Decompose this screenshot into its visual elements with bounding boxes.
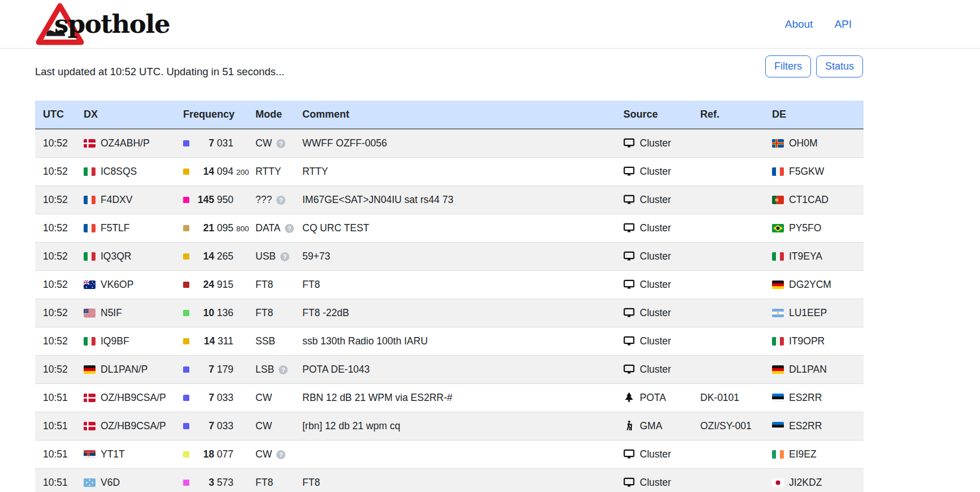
mode-cell: RTTY (251, 157, 298, 185)
flag-ie-icon (772, 450, 784, 459)
spot-row: 10:51V6D3 573FT8FT8ClusterJI2KDZ (35, 468, 864, 492)
source-cell: Cluster (619, 355, 696, 383)
source-label: Cluster (640, 222, 671, 234)
utc-cell: 10:51 (35, 412, 79, 440)
frequency-value: 14 311 (193, 335, 233, 347)
mode-cell: ???? (251, 185, 298, 214)
de-callsign: DL1PAN (789, 364, 827, 375)
status-button[interactable]: Status (816, 55, 863, 77)
flag-ar-icon (772, 309, 784, 317)
band-indicator (183, 480, 189, 486)
dx-callsign: F5TLF (101, 222, 130, 234)
mode-help-icon[interactable]: ? (280, 252, 289, 261)
source-cell: POTA (619, 383, 696, 412)
source-label: Cluster (640, 279, 671, 290)
dx-cell: DL1PAN/P (79, 355, 179, 383)
flag-it-icon (772, 337, 784, 346)
band-indicator (183, 395, 189, 401)
ref-cell (696, 299, 767, 327)
flag-de-icon (772, 280, 784, 289)
flag-ax-icon (772, 139, 784, 148)
source-label: Cluster (640, 477, 671, 488)
monitor-icon (623, 335, 635, 347)
comment-cell: WWFF OZFF-0056 (298, 129, 619, 157)
de-callsign: IT9EYA (789, 251, 822, 262)
frequency-value: 21 095 (193, 222, 233, 234)
frequency-cell: 14 265 (179, 242, 251, 270)
frequency-value: 24 915 (193, 279, 233, 291)
de-cell: LU1EEP (767, 299, 864, 327)
de-cell: IT9EYA (767, 242, 864, 270)
utc-cell: 10:52 (35, 157, 79, 185)
filters-button[interactable]: Filters (765, 55, 811, 77)
frequency-value: 14 265 (193, 251, 233, 262)
source-label: Cluster (640, 448, 671, 460)
de-callsign: LU1EEP (789, 307, 827, 318)
mode-help-icon[interactable]: ? (276, 450, 285, 459)
comment-cell: FT8 (298, 468, 619, 492)
comment-cell: [rbn] 12 db 21 wpm cq (298, 412, 619, 440)
dx-cell: OZ/HB9CSA/P (79, 412, 179, 440)
flag-fr-icon (84, 224, 96, 232)
dx-callsign: N5IF (101, 307, 122, 318)
nav-link-about[interactable]: About (785, 18, 813, 31)
spot-row: 10:52F4DXV145 950????IM67GE<SAT>JN04IU s… (35, 185, 864, 214)
dx-cell: V6D (79, 468, 179, 492)
mode-label: CW (255, 420, 272, 431)
frequency-value: 7 031 (193, 137, 233, 149)
flag-jp-icon (772, 478, 784, 487)
mode-help-icon[interactable]: ? (279, 365, 288, 374)
dx-cell: IQ9BF (79, 327, 179, 355)
spot-row: 10:51OZ/HB9CSA/P7 033CWRBN 12 dB 21 WPM … (35, 383, 864, 412)
de-cell: IT9OPR (767, 327, 864, 355)
spot-row: 10:52IQ9BF14 311SSBssb 130th Radio 100th… (35, 327, 864, 355)
mode-label: FT8 (255, 477, 273, 488)
dx-callsign: IQ3QR (101, 251, 131, 262)
dx-callsign: OZ4ABH/P (101, 137, 150, 149)
spots-table: UTC DX Frequency Mode Comment Source Ref… (35, 101, 864, 492)
frequency-cell: 7 033 (179, 412, 251, 440)
spot-row: 10:52IC8SQS14 094200RTTYRTTYClusterF5GKW (35, 157, 864, 185)
hiker-icon (623, 420, 635, 431)
comment-cell: 59+73 (298, 242, 619, 270)
mode-label: RTTY (255, 166, 281, 177)
frequency-cell: 21 095800 (179, 214, 251, 242)
monitor-icon (623, 279, 635, 290)
dx-callsign: DL1PAN/P (101, 364, 148, 375)
source-label: GMA (640, 420, 662, 431)
source-label: Cluster (640, 166, 671, 177)
dx-cell: YT1T (79, 440, 179, 468)
mode-cell: SSB (251, 327, 298, 355)
band-indicator (183, 451, 189, 458)
status-bar: Last updated at 10:52 UTC. Updating in 5… (0, 49, 980, 86)
de-cell: ES2RR (767, 383, 864, 412)
ref-cell (696, 327, 767, 355)
main-nav: About API (785, 18, 852, 31)
de-callsign: PY5FO (789, 222, 821, 234)
monitor-icon (623, 477, 635, 488)
mode-help-icon[interactable]: ? (285, 224, 294, 233)
flag-us-icon (84, 309, 96, 317)
de-cell: DG2YCM (767, 270, 864, 299)
flag-au-icon (84, 280, 96, 289)
frequency-value: 145 950 (193, 194, 233, 206)
mode-help-icon[interactable]: ? (276, 139, 285, 148)
nav-link-api[interactable]: API (834, 18, 852, 31)
column-header-mode: Mode (251, 101, 298, 129)
flag-pt-icon (772, 196, 784, 204)
source-label: Cluster (640, 307, 671, 318)
comment-cell: FT8 -22dB (298, 299, 619, 327)
dx-callsign: OZ/HB9CSA/P (101, 420, 166, 431)
de-callsign: DG2YCM (789, 279, 831, 290)
dx-cell: IC8SQS (79, 157, 179, 185)
mode-label: ??? (255, 194, 272, 205)
ref-cell (696, 440, 767, 468)
mode-label: FT8 (255, 307, 273, 318)
de-callsign: F5GKW (789, 166, 824, 177)
de-cell: ES2RR (767, 412, 864, 440)
mode-help-icon[interactable]: ? (276, 196, 285, 205)
column-header-ref: Ref. (696, 101, 767, 129)
comment-cell: FT8 (298, 270, 619, 299)
ref-cell (696, 129, 767, 157)
monitor-icon (623, 137, 635, 149)
